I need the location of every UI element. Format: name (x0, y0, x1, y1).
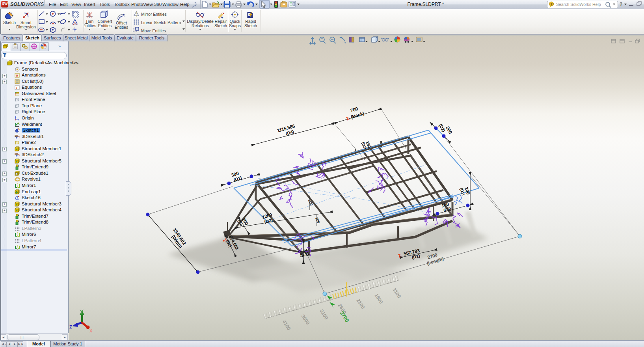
svg-text:Σ: Σ (16, 86, 18, 90)
svg-text:X: X (89, 328, 93, 333)
svg-text:Search SolidWorks Help: Search SolidWorks Help (556, 2, 601, 7)
svg-text:A: A (16, 74, 19, 78)
svg-text:?: ? (550, 2, 553, 6)
svg-text:?: ? (620, 2, 622, 7)
svg-text:Z: Z (69, 325, 72, 329)
